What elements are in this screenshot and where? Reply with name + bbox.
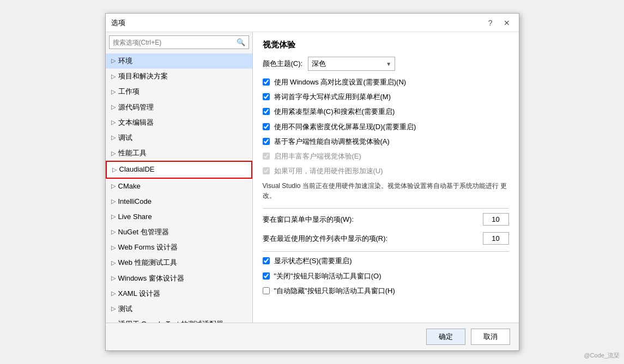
- checkbox-compact[interactable]: [263, 108, 270, 115]
- numeric-row-window_items: 要在窗口菜单中显示的项(W):: [263, 213, 509, 226]
- checkbox-label-compact: 使用紧凑型菜单(C)和搜索栏(需要重启): [274, 107, 395, 117]
- numeric-label-window_items: 要在窗口菜单中显示的项(W):: [263, 215, 483, 225]
- chevron-right-icon: ▷: [111, 149, 116, 157]
- nav-item-work[interactable]: ▷工作项: [106, 84, 252, 99]
- search-icon[interactable]: 🔍: [233, 36, 249, 48]
- nav-item-label: 测试: [118, 304, 132, 314]
- chevron-right-icon: ▷: [111, 228, 116, 236]
- nav-item-xaml[interactable]: ▷XAML 设计器: [106, 286, 252, 301]
- checkbox-row-caps: 将词首字母大写样式应用到菜单栏(M): [263, 92, 509, 102]
- checkbox-label-rich: 启用丰富客户端视觉体验(E): [274, 151, 361, 161]
- bottom-checkbox-closewin[interactable]: [263, 272, 270, 280]
- nav-item-source[interactable]: ▷源代码管理: [106, 100, 252, 115]
- chevron-down-icon: ▼: [386, 61, 391, 67]
- chevron-right-icon: ▷: [111, 244, 116, 252]
- nav-item-label: 项目和解决方案: [118, 71, 168, 81]
- nav-item-label: 性能工具: [118, 148, 147, 158]
- chevron-right-icon: ▷: [111, 57, 116, 65]
- nav-item-label: CMake: [118, 181, 141, 191]
- bottom-checkbox-row-statusbar: 显示状态栏(S)(需要重启): [263, 256, 509, 266]
- chevron-right-icon: ▷: [111, 88, 116, 96]
- bottom-checkbox-label-statusbar: 显示状态栏(S)(需要重启): [274, 256, 352, 266]
- dialog-footer: 确定 取消: [106, 323, 519, 350]
- nav-item-label: 工作项: [118, 87, 140, 96]
- nav-item-intellicode[interactable]: ▷IntelliCode: [106, 194, 252, 209]
- nav-item-google[interactable]: ▷适用于 Google Test 的测试适配器: [106, 317, 252, 323]
- checkbox-label-dpi: 使用不同像素密度优化屏幕呈现(D)(需要重启): [274, 122, 416, 132]
- checkboxes-container: 使用 Windows 高对比度设置(需要重启)(N)将词首字母大写样式应用到菜单…: [263, 77, 509, 176]
- nav-item-debug[interactable]: ▷调试: [106, 130, 252, 145]
- numeric-input-window_items[interactable]: [483, 213, 509, 226]
- nav-item-test[interactable]: ▷测试: [106, 301, 252, 317]
- nav-item-windows[interactable]: ▷Windows 窗体设计器: [106, 271, 252, 286]
- bottom-checkbox-label-closewin: "关闭"按钮只影响活动工具窗口(O): [274, 271, 381, 281]
- right-panel: 视觉体验 颜色主题(C): 深色 ▼ 使用 Windows 高对比度设置(需要重…: [253, 32, 519, 323]
- right-scroll: 视觉体验 颜色主题(C): 深色 ▼ 使用 Windows 高对比度设置(需要重…: [253, 32, 519, 323]
- chevron-right-icon: ▷: [111, 72, 116, 81]
- chevron-right-icon: ▷: [111, 274, 116, 282]
- nav-item-webperf[interactable]: ▷Web 性能测试工具: [106, 255, 252, 270]
- nav-item-project[interactable]: ▷项目和解决方案: [106, 69, 252, 84]
- nav-item-label: ClaudialDE: [119, 165, 155, 174]
- options-dialog: 选项 ? ✕ 🔍 ▷环境▷项目和解决方案▷工作项▷源代码管理▷文本编辑器▷调试▷…: [105, 13, 519, 351]
- checkbox-label-gpu: 如果可用，请使用硬件图形加速(U): [274, 166, 383, 176]
- nav-item-perf[interactable]: ▷性能工具: [106, 145, 252, 161]
- title-controls: ? ✕: [485, 17, 513, 28]
- chevron-right-icon: ▷: [111, 118, 116, 126]
- nav-item-env[interactable]: ▷环境: [106, 53, 252, 69]
- chevron-right-icon: ▷: [111, 305, 116, 313]
- nav-item-label: Windows 窗体设计器: [118, 274, 184, 283]
- divider: [263, 208, 509, 209]
- nav-item-nuget[interactable]: ▷NuGet 包管理器: [106, 225, 252, 240]
- nav-item-webforms[interactable]: ▷Web Forms 设计器: [106, 240, 252, 255]
- checkbox-row-dpi: 使用不同像素密度优化屏幕呈现(D)(需要重启): [263, 122, 509, 132]
- bottom-checkboxes-container: 显示状态栏(S)(需要重启)"关闭"按钮只影响活动工具窗口(O)"自动隐藏"按钮…: [263, 256, 509, 296]
- close-button[interactable]: ✕: [500, 17, 513, 28]
- nav-item-label: Live Share: [118, 212, 152, 222]
- numeric-label-recent_files: 要在最近使用的文件列表中显示的项(R):: [263, 234, 483, 244]
- bottom-checkbox-row-closewin: "关闭"按钮只影响活动工具窗口(O): [263, 271, 509, 281]
- chevron-right-icon: ▷: [111, 289, 116, 298]
- bottom-checkbox-statusbar[interactable]: [263, 257, 270, 264]
- info-text: Visual Studio 当前正在使用硬件加速渲染。视觉体验设置将自动基于系统…: [263, 181, 509, 201]
- title-bar: 选项 ? ✕: [106, 14, 519, 32]
- nav-item-label: NuGet 包管理器: [118, 227, 169, 237]
- checkbox-label-caps: 将词首字母大写样式应用到菜单栏(M): [274, 92, 391, 102]
- chevron-right-icon: ▷: [111, 213, 116, 221]
- nav-item-liveshare[interactable]: ▷Live Share: [106, 209, 252, 225]
- numeric-input-recent_files[interactable]: [483, 232, 509, 245]
- search-input[interactable]: [110, 37, 233, 48]
- chevron-right-icon: ▷: [111, 103, 116, 111]
- left-panel: 🔍 ▷环境▷项目和解决方案▷工作项▷源代码管理▷文本编辑器▷调试▷性能工具▷Cl…: [106, 32, 253, 323]
- nav-item-label: Web Forms 设计器: [118, 242, 178, 252]
- help-button[interactable]: ?: [485, 17, 496, 28]
- chevron-right-icon: ▷: [111, 182, 116, 190]
- color-theme-row: 颜色主题(C): 深色 ▼: [263, 57, 509, 71]
- chevron-right-icon: ▷: [112, 166, 117, 174]
- search-box: 🔍: [109, 35, 249, 49]
- checkbox-caps[interactable]: [263, 93, 270, 100]
- checkbox-label-hc: 使用 Windows 高对比度设置(需要重启)(N): [274, 77, 407, 87]
- dialog-title: 选项: [111, 18, 125, 28]
- chevron-right-icon: ▷: [111, 259, 116, 267]
- nav-item-claudia[interactable]: ▷ClaudialDE: [106, 161, 252, 178]
- numeric-row-recent_files: 要在最近使用的文件列表中显示的项(R):: [263, 232, 509, 245]
- checkbox-hc[interactable]: [263, 78, 270, 86]
- checkbox-row-rich: 启用丰富客户端视觉体验(E): [263, 151, 509, 161]
- bottom-checkbox-autohide[interactable]: [263, 287, 270, 294]
- confirm-button[interactable]: 确定: [426, 329, 465, 345]
- color-theme-dropdown[interactable]: 深色 ▼: [308, 57, 395, 71]
- color-theme-label: 颜色主题(C):: [263, 59, 303, 69]
- cancel-button[interactable]: 取消: [471, 329, 510, 345]
- checkbox-dpi[interactable]: [263, 123, 270, 130]
- checkbox-perf[interactable]: [263, 138, 270, 145]
- nav-item-label: IntelliCode: [118, 197, 152, 207]
- nav-item-label: Web 性能测试工具: [118, 258, 177, 268]
- nav-list: ▷环境▷项目和解决方案▷工作项▷源代码管理▷文本编辑器▷调试▷性能工具▷Clau…: [106, 52, 252, 323]
- color-theme-value: 深色: [312, 59, 326, 69]
- nav-item-texteditor[interactable]: ▷文本编辑器: [106, 115, 252, 130]
- nav-item-cmake[interactable]: ▷CMake: [106, 179, 252, 194]
- section-title: 视觉体验: [263, 40, 509, 50]
- checkbox-row-gpu: 如果可用，请使用硬件图形加速(U): [263, 166, 509, 176]
- checkbox-row-hc: 使用 Windows 高对比度设置(需要重启)(N): [263, 77, 509, 87]
